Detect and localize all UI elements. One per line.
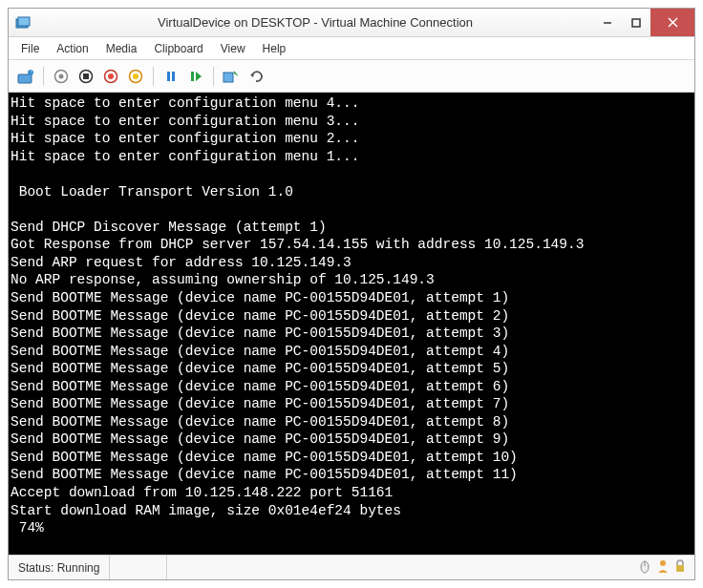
statusbar: Status: Running [9,555,694,579]
console-line [11,200,694,219]
console-line: Send BOOTME Message (device name PC-0015… [11,430,694,449]
console-line: Send BOOTME Message (device name PC-0015… [11,378,694,396]
shutdown-button[interactable] [99,65,122,88]
console-line: Send ARP request for address 10.125.149.… [11,254,694,272]
svg-rect-19 [224,73,233,82]
titlebar: VirtualDevice on DESKTOP - Virtual Machi… [9,9,694,37]
console-line: No ARP response, assuming ownership of 1… [11,271,694,289]
svg-rect-3 [632,19,640,27]
status-icons [629,558,694,577]
console-line: Hit space to enter configuration menu 1.… [11,148,694,166]
toolbar-separator [213,67,214,86]
minimize-button[interactable] [593,9,622,36]
console-line: Send BOOTME Message (device name PC-0015… [11,360,694,378]
status-label: Status: Running [9,556,110,579]
hyperv-window: VirtualDevice on DESKTOP - Virtual Machi… [8,8,695,580]
console-line [11,165,694,183]
pause-button[interactable] [160,65,182,88]
svg-point-22 [660,560,666,566]
window-controls [593,9,694,36]
svg-point-13 [108,74,114,79]
turnoff-button[interactable] [75,65,97,88]
person-icon [656,558,670,577]
svg-point-15 [133,74,138,79]
console-line: Send BOOTME Message (device name PC-0015… [11,413,694,431]
console-line: Start download RAM image, size 0x01e4ef2… [11,502,694,520]
window-title: VirtualDevice on DESKTOP - Virtual Machi… [37,15,593,30]
svg-rect-17 [172,72,175,81]
console-line: Send BOOTME Message (device name PC-0015… [11,343,694,361]
svg-point-9 [59,74,64,78]
toolbar-separator [153,67,154,86]
console-line: Send BOOTME Message (device name PC-0015… [11,289,694,307]
vm-console[interactable]: Hit space to enter configuration menu 4.… [9,93,694,555]
console-line: Hit space to enter configuration menu 2.… [11,130,694,148]
toolbar [9,60,694,93]
svg-rect-16 [167,72,170,81]
status-cell-empty [110,556,167,579]
close-button[interactable] [650,9,694,36]
svg-point-7 [28,70,33,75]
maximize-button[interactable] [622,9,650,36]
menu-file[interactable]: File [12,40,48,57]
console-line: Send BOOTME Message (device name PC-0015… [11,395,694,413]
svg-rect-6 [18,74,32,83]
console-line: Boot Loader Transport Version 1.0 [11,183,694,201]
svg-rect-23 [676,565,684,572]
console-line: Send BOOTME Message (device name PC-0015… [11,449,694,467]
menu-action[interactable]: Action [48,40,96,57]
lock-icon [673,558,687,577]
console-line: Hit space to enter configuration menu 4.… [11,94,694,113]
checkpoint-button[interactable] [220,65,243,88]
svg-rect-11 [83,74,89,79]
app-icon [9,15,37,31]
console-line: Send BOOTME Message (device name PC-0015… [11,325,694,343]
console-line: Accept download from 10.125.148.222 port… [11,484,694,502]
reset-button[interactable] [184,65,207,88]
console-line: Send BOOTME Message (device name PC-0015… [11,307,694,326]
menubar: File Action Media Clipboard View Help [9,37,694,60]
console-line: Hit space to enter configuration menu 3.… [11,113,694,131]
console-line: Got Response from DHCP server 157.54.14.… [11,236,694,254]
console-line: Send DHCP Discover Message (attempt 1) [11,219,694,237]
menu-clipboard[interactable]: Clipboard [145,40,211,57]
start-button[interactable] [50,65,73,88]
mouse-icon [637,558,652,577]
menu-media[interactable]: Media [97,40,146,57]
save-button[interactable] [124,65,147,88]
console-line: 74% [11,519,694,537]
toolbar-separator [43,67,44,86]
menu-view[interactable]: View [212,40,254,57]
svg-rect-18 [191,72,194,81]
console-line: Send BOOTME Message (device name PC-0015… [11,466,694,484]
svg-rect-1 [18,17,30,26]
ctrl-alt-del-button[interactable] [14,65,37,88]
revert-button[interactable] [245,65,267,88]
menu-help[interactable]: Help [254,40,295,57]
